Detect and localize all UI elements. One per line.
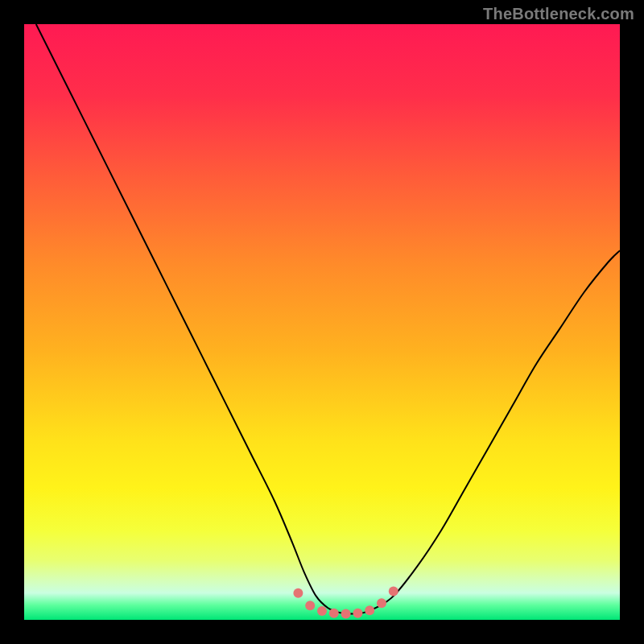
minimum-marker-group xyxy=(293,586,398,618)
minimum-marker xyxy=(389,586,398,596)
chart-frame: TheBottleneck.com xyxy=(0,0,644,644)
curve-layer xyxy=(24,24,620,620)
plot-area xyxy=(24,24,620,620)
watermark-label: TheBottleneck.com xyxy=(483,5,634,23)
minimum-marker xyxy=(341,609,351,619)
minimum-marker xyxy=(305,601,315,610)
minimum-marker xyxy=(293,588,303,598)
minimum-marker xyxy=(317,606,327,616)
minimum-marker xyxy=(353,609,362,618)
bottleneck-curve xyxy=(36,24,620,614)
minimum-marker xyxy=(365,605,374,615)
minimum-marker xyxy=(377,598,386,608)
minimum-marker xyxy=(329,609,339,618)
